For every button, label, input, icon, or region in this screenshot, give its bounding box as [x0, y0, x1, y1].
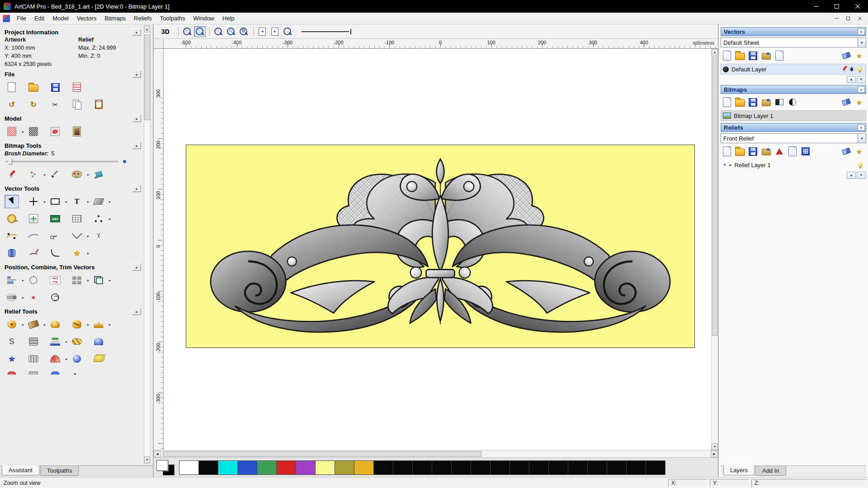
smooth-curve-button[interactable] [26, 229, 41, 243]
sheet-selector[interactable]: Default Sheet ▼ [721, 38, 866, 47]
artwork-area[interactable] [186, 145, 695, 348]
star-wizard-button[interactable]: ★ [5, 352, 19, 366]
relief-tools-collapse-button[interactable]: ▲ [132, 308, 141, 315]
sculpting-tool-button[interactable]: ▸ [26, 318, 41, 331]
undo-button[interactable]: ↺ [5, 98, 19, 111]
align-vectors-button[interactable]: ▸ [5, 273, 19, 287]
vector-layer-snap-button[interactable] [848, 65, 856, 73]
scroll-up-button[interactable]: ▲ [144, 26, 150, 33]
palette-tool-button[interactable]: ▸ [70, 168, 84, 181]
smooth-relief-button[interactable] [48, 318, 62, 331]
color-swatch-14[interactable] [451, 460, 471, 475]
menu-help[interactable]: Help [218, 13, 239, 24]
vector-layer-merge-button[interactable]: ★ [853, 50, 865, 61]
flyout-caret-icon[interactable]: ▸ [22, 278, 24, 282]
menu-toolpaths[interactable]: Toolpaths [156, 13, 189, 24]
tab-toolpaths[interactable]: Toolpaths [40, 466, 79, 476]
menu-reliefs[interactable]: Reliefs [130, 13, 156, 24]
project-information-collapse-button[interactable]: ▲ [132, 28, 141, 36]
color-swatch-20[interactable] [568, 460, 588, 475]
color-swatch-15[interactable] [471, 460, 491, 475]
canvas-horizontal-scrollbar[interactable]: ◀ ▶ [154, 450, 718, 457]
flyout-caret-icon[interactable]: ▸ [22, 296, 24, 300]
create-fillet-button[interactable] [48, 246, 62, 260]
colour-picker-button[interactable] [48, 168, 62, 181]
point-editor-button[interactable]: ▸ [91, 212, 106, 225]
flood-fill-button[interactable] [91, 168, 106, 181]
assistant-scrollbar[interactable]: ▲ ▼ [144, 25, 151, 464]
layer-color-swatch[interactable] [723, 66, 729, 72]
join-vectors-button[interactable]: ▸ [70, 229, 84, 243]
relief-layer-export-button[interactable] [786, 145, 798, 157]
nesting-button[interactable]: NES ting [48, 273, 62, 287]
color-swatch-7[interactable] [315, 460, 335, 475]
texture-sphere-button[interactable] [70, 352, 84, 366]
relief-layer-new-button[interactable] [721, 145, 733, 157]
color-swatch-12[interactable] [412, 460, 432, 475]
extra-tool-3-button[interactable] [48, 369, 62, 375]
vector-layer-save-button[interactable] [747, 50, 759, 61]
flyout-caret-icon[interactable]: ▸ [66, 340, 67, 344]
flyout-caret-icon[interactable]: ▸ [109, 200, 111, 204]
flyout-caret-icon[interactable]: ▸ [44, 323, 46, 327]
flyout-caret-icon[interactable]: ▸ [44, 173, 46, 177]
flyout-caret-icon[interactable]: ▸ [22, 130, 24, 134]
create-spiral-button[interactable] [48, 291, 62, 304]
freehand-draw-button[interactable] [26, 246, 41, 260]
flyout-caret-icon[interactable]: ▸ [87, 278, 89, 282]
transform-vectors-button[interactable]: ▸ [26, 195, 41, 208]
flyout-caret-icon[interactable]: ▸ [66, 200, 67, 204]
paint-tool-button[interactable] [5, 168, 19, 181]
flyout-caret-icon[interactable]: ▸ [87, 251, 89, 255]
maximize-button[interactable] [826, 0, 847, 13]
bitmap-layer-adjust-button[interactable] [773, 96, 785, 108]
slider-handle[interactable] [8, 158, 12, 164]
offset-relief-button[interactable] [91, 352, 106, 366]
scroll-up-button[interactable]: ▲ [712, 49, 718, 56]
color-swatch-22[interactable] [607, 460, 627, 475]
measure-tool-button[interactable] [5, 212, 19, 225]
minimize-button[interactable] [806, 0, 826, 13]
select-vectors-button[interactable] [5, 195, 19, 208]
zoom-out-button[interactable]: − [194, 26, 206, 37]
color-swatch-3[interactable] [237, 460, 257, 475]
bitmap-layer-import-button[interactable] [760, 96, 772, 108]
shape-editor-button[interactable]: ▸ [5, 318, 19, 331]
canvas-vertical-scrollbar[interactable]: ▲ ▼ [711, 49, 718, 450]
braid-wizard-button[interactable] [70, 335, 84, 348]
dropdown-button[interactable]: ▼ [858, 134, 866, 143]
relief-layer-triangulate-button[interactable] [773, 145, 785, 157]
color-swatch-24[interactable] [646, 460, 665, 475]
spray-tool-button[interactable]: ▸ [26, 168, 41, 181]
flyout-caret-icon[interactable]: ▸ [66, 357, 67, 361]
sculpt-model-button[interactable] [48, 125, 62, 138]
block-array-button[interactable]: ▸ [70, 273, 84, 287]
tab-layers[interactable]: Layers [723, 465, 755, 475]
scrollbar-track[interactable] [712, 56, 718, 443]
offset-vector-button[interactable] [5, 246, 19, 260]
dome-wizard-button[interactable] [91, 335, 106, 348]
bitmap-layer-merge-button[interactable]: ★ [853, 96, 865, 108]
close-button[interactable] [847, 0, 868, 13]
color-swatch-21[interactable] [587, 460, 607, 475]
expand-arrow-icon[interactable]: ▸ [730, 163, 732, 167]
scrollbar-track[interactable] [144, 33, 150, 456]
create-polyline-button[interactable] [26, 212, 41, 225]
color-swatch-17[interactable] [509, 460, 529, 475]
relief-layer-import-button[interactable] [760, 145, 772, 157]
scrollbar-thumb[interactable] [163, 451, 481, 457]
flyout-caret-icon[interactable]: ▸ [109, 323, 111, 327]
color-swatch-10[interactable] [373, 460, 393, 475]
vector-layer-edit-button[interactable] [840, 65, 848, 73]
menu-model[interactable]: Model [48, 13, 72, 24]
zoom-page-button[interactable]: ▭ [225, 26, 237, 37]
relief-crown-button[interactable]: ▸ [91, 318, 106, 331]
active-colors-indicator[interactable] [156, 460, 175, 475]
vectors-collapse-button[interactable]: ▲ [858, 28, 865, 35]
vector-layer-delete-button[interactable] [840, 50, 852, 61]
model-section-collapse-button[interactable]: ▲ [132, 115, 141, 122]
save-model-button[interactable] [48, 80, 62, 94]
snapshot-left-button[interactable]: ◂ [256, 26, 268, 37]
bitmap-layer-contrast-button[interactable] [786, 96, 798, 108]
reliefs-collapse-button[interactable]: ▲ [858, 124, 865, 131]
